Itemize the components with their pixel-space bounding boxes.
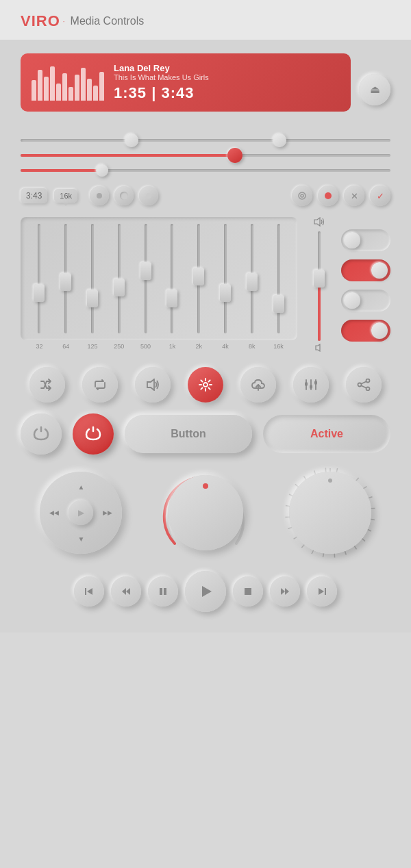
cancel-button[interactable]: ✕ [344,186,364,206]
dpad-up-button[interactable]: ▲ [71,477,90,496]
confirm-button[interactable]: ✓ [370,186,390,206]
slider-fill-3 [21,169,102,172]
volume-thumb[interactable] [314,270,325,288]
med-knob-body [289,472,371,554]
shuffle-icon [40,379,55,391]
rewind-button[interactable] [111,576,141,607]
dpad-play-button[interactable]: ▶ [68,500,93,525]
eq-bar [38,70,42,101]
record-button[interactable] [318,186,338,206]
fader-thumb-4k[interactable] [220,284,231,302]
fader-track-4k [224,224,227,333]
label-16k: 16k [265,343,292,350]
share-icon [356,379,371,391]
time-badge: 3:43 [21,188,47,203]
shuffle-button[interactable] [29,367,65,403]
transport-controls [21,571,390,612]
skip-forward-button[interactable] [307,576,337,607]
stop-icon [244,587,252,596]
toggle-1[interactable] [341,229,390,251]
radio-btn-1[interactable] [90,186,109,205]
fader-2k [186,224,212,333]
toggles-column [341,217,390,353]
power-off-button[interactable] [21,413,62,455]
radio-btn-2[interactable] [114,186,134,205]
medium-knob[interactable] [289,472,371,554]
label-500: 500 [132,343,159,350]
logo: VIRO [21,12,60,30]
mixer-button[interactable] [293,367,329,403]
label-4k: 4k [212,343,239,350]
radio-btn-3[interactable] [139,186,158,205]
repeat-button[interactable] [82,367,118,403]
header: VIRO· Media Controls [0,0,411,40]
svg-marker-45 [126,588,130,595]
fader-thumb-64[interactable] [60,273,71,291]
range-slider[interactable] [21,139,390,142]
fader-thumb-32[interactable] [34,284,45,302]
volume-low-icon [315,344,323,353]
toggle-4[interactable] [341,320,390,342]
fader-thumb-500[interactable] [140,262,151,280]
label-32: 32 [26,343,53,350]
label-64: 64 [53,343,79,350]
fader-thumb-1k[interactable] [166,290,177,307]
svg-rect-13 [314,381,317,385]
slider-thumb-bass[interactable] [96,164,108,177]
slider-thumb-left[interactable] [125,133,138,147]
volume-slider[interactable] [21,154,390,157]
fader-thumb-2k[interactable] [193,268,204,285]
share-button[interactable] [346,367,382,403]
pause-button[interactable] [148,576,178,607]
target-icon [297,191,307,201]
svg-point-1 [301,194,303,197]
svg-marker-4 [316,344,320,351]
settings-button[interactable] [188,367,223,403]
active-button[interactable]: Active [263,415,390,453]
fader-track-500 [145,224,147,333]
label-1k: 1k [159,343,186,350]
toggle-3[interactable] [341,290,390,311]
eject-button[interactable]: ⏏ [359,74,390,105]
svg-point-6 [203,383,208,387]
target-button[interactable] [292,186,312,206]
action-icons-row [21,367,390,403]
slider-thumb-right[interactable] [273,133,286,147]
play-button[interactable] [185,571,226,612]
eq-bar [99,72,104,101]
svg-marker-49 [202,586,212,597]
slider-thumb-volume[interactable] [227,148,242,163]
volume-button[interactable] [135,367,171,403]
big-knob[interactable] [161,468,250,557]
fader-thumb-250[interactable] [114,279,125,296]
label-2k: 2k [186,343,212,350]
dpad-ff-button[interactable]: ▶▶ [103,509,112,516]
power-on-button[interactable] [73,413,114,455]
fader-track-250 [118,224,121,333]
fader-thumb-125[interactable] [87,290,98,307]
fader-thumb-16k[interactable] [273,295,284,313]
dpad-down-button[interactable]: ▼ [71,529,90,548]
stop-button[interactable] [233,576,263,607]
fader-labels: 32 64 125 250 500 1k 2k 4k 8k 16k [21,340,297,350]
fader-8k [238,224,265,333]
volume-track [318,231,321,341]
bass-slider[interactable] [21,169,390,172]
logo-dot: · [63,18,65,25]
fader-track-1k [171,224,173,333]
skip-back-button[interactable] [74,576,104,607]
fader-track-2k [197,224,200,333]
fader-4k [212,224,239,333]
fast-forward-button[interactable] [270,576,300,607]
fader-250 [105,224,132,333]
generic-button[interactable]: Button [125,415,252,453]
med-knob-indicator [328,478,332,483]
play-icon [198,584,213,599]
cloud-button[interactable] [240,367,276,403]
dpad-rewind-button[interactable]: ◀◀ [49,509,59,516]
player-card: Lana Del Rey This Is What Makes Us Girls… [21,53,351,112]
toggle-2[interactable] [341,259,390,281]
fader-thumb-8k[interactable] [247,273,258,291]
svg-rect-50 [245,588,251,595]
volume-high-icon [314,217,325,229]
